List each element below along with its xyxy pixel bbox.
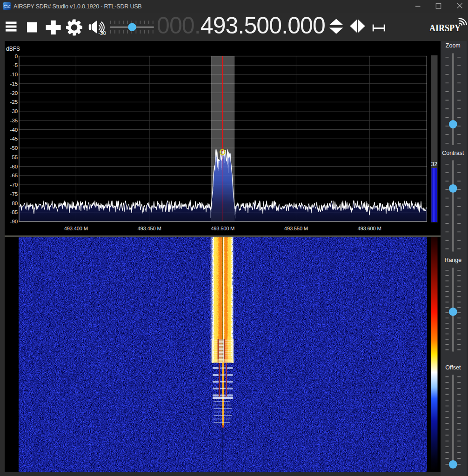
svg-text:000.493.500.000: 000.493.500.000 [157, 13, 325, 39]
svg-text:-30: -30 [10, 108, 18, 114]
svg-text:-15: -15 [10, 81, 18, 87]
svg-text:-65: -65 [10, 173, 18, 178]
svg-text:-40: -40 [10, 127, 18, 133]
svg-text:-35: -35 [10, 118, 18, 123]
svg-text:493.400 M: 493.400 M [64, 226, 88, 231]
svg-text:-60: -60 [10, 164, 18, 169]
svg-text:-55: -55 [10, 154, 18, 160]
svg-text:493.450 M: 493.450 M [137, 226, 161, 231]
svg-text:dBFS: dBFS [6, 46, 20, 52]
svg-text:-45: -45 [10, 136, 18, 141]
svg-text:-85: -85 [10, 209, 18, 215]
svg-text:Zoom: Zoom [446, 42, 461, 49]
svg-text:493.500 M: 493.500 M [211, 226, 234, 231]
svg-text:493.550 M: 493.550 M [284, 226, 308, 231]
svg-text:-10: -10 [10, 72, 18, 77]
svg-text:32: 32 [431, 161, 438, 168]
svg-text:-5: -5 [13, 62, 18, 68]
svg-text:-70: -70 [10, 182, 18, 188]
svg-text:493.600 M: 493.600 M [358, 226, 381, 231]
svg-text:0: 0 [15, 54, 18, 59]
svg-text:-90: -90 [10, 219, 18, 224]
svg-text:Contrast: Contrast [442, 150, 464, 156]
svg-text:Range: Range [444, 257, 461, 263]
svg-text:AIRSPY: AIRSPY [429, 22, 461, 34]
svg-text:-50: -50 [10, 145, 18, 151]
svg-text:-30: -30 [98, 30, 106, 36]
svg-text:AIRSPY SDR# Studio v1.0.0.1920: AIRSPY SDR# Studio v1.0.0.1920 - RTL-SDR… [13, 3, 142, 10]
svg-text:-80: -80 [10, 201, 18, 206]
svg-text:Offset: Offset [445, 364, 461, 371]
svg-text:-75: -75 [10, 191, 18, 197]
svg-text:-25: -25 [10, 99, 18, 105]
svg-text:-20: -20 [10, 90, 18, 96]
